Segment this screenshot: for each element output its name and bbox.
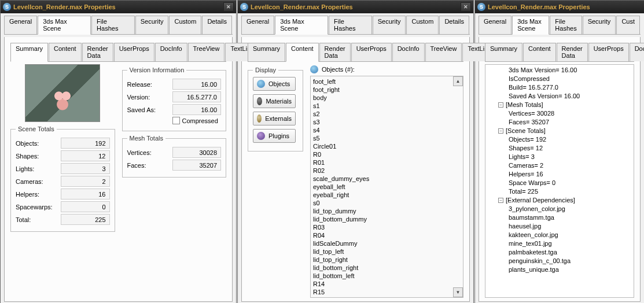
tree-row[interactable]: Cameras= 2 <box>488 161 631 170</box>
tab-general[interactable]: General <box>4 16 37 34</box>
list-item[interactable]: R03 <box>313 223 463 231</box>
list-item[interactable]: lid_top_dummy <box>313 207 463 215</box>
close-icon[interactable]: ✕ <box>461 2 471 12</box>
tree-row[interactable]: Faces= 35207 <box>488 118 631 127</box>
tab-3ds-max-scene[interactable]: 3ds Max Scene <box>512 16 549 35</box>
tree-row[interactable]: Build= 16.5.277.0 <box>488 83 631 92</box>
tab-summary[interactable]: Summary <box>485 43 522 61</box>
tab-treeview[interactable]: TreeView <box>425 43 462 61</box>
list-item[interactable]: lid_bottom_left <box>313 272 463 280</box>
tree-row[interactable]: Space Warps= 0 <box>488 179 631 187</box>
list-item[interactable]: s0 <box>313 199 463 207</box>
tab-file-hashes[interactable]: File Hashes <box>329 16 372 34</box>
objects-button[interactable]: Objects <box>253 77 296 91</box>
list-item[interactable]: s2 <box>313 110 463 118</box>
tab-details[interactable]: Details <box>439 16 469 34</box>
tab-general[interactable]: General <box>241 16 274 34</box>
list-item[interactable]: R0 <box>313 150 463 158</box>
tab-userprops[interactable]: UserProps <box>588 43 629 61</box>
close-icon[interactable]: ✕ <box>223 2 234 12</box>
list-item[interactable]: body <box>313 94 463 102</box>
tab-cust[interactable]: Cust <box>616 16 640 34</box>
tab-3ds-max-scene[interactable]: 3ds Max Scene <box>275 16 328 35</box>
tab-docinfo[interactable]: DocInfo <box>630 43 644 61</box>
tree-row[interactable]: Objects= 192 <box>488 135 631 144</box>
tree-row[interactable]: haeusel.jpg <box>488 222 631 231</box>
tab-security[interactable]: Security <box>135 16 169 34</box>
list-item[interactable]: R04 <box>313 231 463 239</box>
tab-file-hashes[interactable]: File Hashes <box>550 16 582 34</box>
scroll-down-icon[interactable]: ▼ <box>453 287 463 297</box>
titlebar[interactable]: S LevelIcon_Render.max Properties ✕ <box>1 1 236 13</box>
tree-view[interactable]: 3ds Max Version= 16.00IsCompressedBuild=… <box>485 64 634 298</box>
tree-row[interactable]: Vertices= 30028 <box>488 109 631 118</box>
list-item[interactable]: s5 <box>313 134 463 142</box>
list-item[interactable]: lid_top_left <box>313 247 463 256</box>
list-item[interactable]: foot_right <box>313 86 463 94</box>
tab-userprops[interactable]: UserProps <box>351 43 392 61</box>
tree-row[interactable]: Total= 225 <box>488 187 631 196</box>
tree-row[interactable]: penguinskin_c_00.tga <box>488 257 631 265</box>
tab-docinfo[interactable]: DocInfo <box>155 43 187 61</box>
list-item[interactable]: lid_bottom_right <box>313 264 463 272</box>
tab-userprops[interactable]: UserProps <box>114 43 154 61</box>
list-item[interactable]: lid_bottom_dummy <box>313 215 463 223</box>
tab-general[interactable]: General <box>479 16 511 34</box>
tab-content[interactable]: Content <box>286 43 319 62</box>
tree-row[interactable]: kakteen_color.jpg <box>488 231 631 239</box>
tab-details[interactable]: Details <box>202 16 232 34</box>
tab-security[interactable]: Security <box>373 16 406 34</box>
tab-custom[interactable]: Custom <box>169 16 201 34</box>
tab-content[interactable]: Content <box>523 43 556 61</box>
tab-summary[interactable]: Summary <box>10 43 48 62</box>
tab-render-data[interactable]: Render Data <box>557 43 588 61</box>
externals-button[interactable]: Externals <box>253 112 296 125</box>
tree-row[interactable]: baumstamm.tga <box>488 213 631 222</box>
list-item[interactable]: lidScaleDummy <box>313 239 463 247</box>
tree-row[interactable]: −[Mesh Totals] <box>488 101 631 109</box>
tab-render-data[interactable]: Render Data <box>82 43 113 61</box>
tab-content[interactable]: Content <box>49 43 82 61</box>
list-item[interactable]: R02 <box>313 167 463 175</box>
compressed-checkbox[interactable] <box>172 117 180 124</box>
list-item[interactable]: lid_top_right <box>313 256 463 264</box>
list-item[interactable]: eyeball_right <box>313 191 463 199</box>
tab-security[interactable]: Security <box>583 16 616 34</box>
list-item[interactable]: R01 <box>313 158 463 167</box>
tab-summary[interactable]: Summary <box>248 43 285 61</box>
tree-row[interactable]: Saved As Version= 16.00 <box>488 92 631 101</box>
list-item[interactable]: s3 <box>313 118 463 126</box>
scroll-up-icon[interactable]: ▲ <box>453 76 463 86</box>
tree-row[interactable]: −[Scene Totals] <box>488 127 631 135</box>
tree-row[interactable]: Shapes= 12 <box>488 144 631 153</box>
tree-row[interactable]: mine_tex01.jpg <box>488 239 631 248</box>
tab-render-data[interactable]: Render Data <box>319 43 351 61</box>
list-item[interactable]: eyeball_left <box>313 183 463 191</box>
expander-icon[interactable]: − <box>498 128 503 134</box>
list-item[interactable]: R14 <box>313 280 463 288</box>
titlebar[interactable]: S LevelIcon_Render.max Properties <box>475 1 644 13</box>
plugins-button[interactable]: Plugins <box>253 129 296 143</box>
expander-icon[interactable]: − <box>498 102 503 108</box>
titlebar[interactable]: S LevelIcon_Render.max Properties ✕ <box>238 1 473 13</box>
tree-row[interactable]: Helpers= 16 <box>488 170 631 179</box>
objects-listbox[interactable]: foot_leftfoot_rightbodys1s2s3s4s5Circle0… <box>310 76 463 298</box>
list-item[interactable]: s4 <box>313 126 463 134</box>
tree-row[interactable]: Lights= 3 <box>488 153 631 161</box>
tree-row[interactable]: 3ds Max Version= 16.00 <box>488 66 631 75</box>
expander-icon[interactable]: − <box>498 198 503 203</box>
list-item[interactable]: Circle01 <box>313 142 463 150</box>
tab-treeview[interactable]: TreeView <box>188 43 225 61</box>
tree-row[interactable]: IsCompressed <box>488 75 631 83</box>
list-item[interactable]: scale_dummy_eyes <box>313 175 463 183</box>
list-item[interactable]: foot_left <box>313 77 463 86</box>
tree-row[interactable]: plants_unique.tga <box>488 265 631 274</box>
tab-3ds-max-scene[interactable]: 3ds Max Scene <box>38 16 91 35</box>
tab-custom[interactable]: Custom <box>406 16 439 34</box>
list-item[interactable]: s1 <box>313 102 463 110</box>
tab-file-hashes[interactable]: File Hashes <box>91 16 135 34</box>
list-item[interactable]: R15 <box>313 288 463 296</box>
tree-row[interactable]: 3_pylonen_color.jpg <box>488 205 631 213</box>
tree-row[interactable]: −[External Dependencies] <box>488 196 631 205</box>
tree-row[interactable]: palmbaketest.tga <box>488 248 631 257</box>
